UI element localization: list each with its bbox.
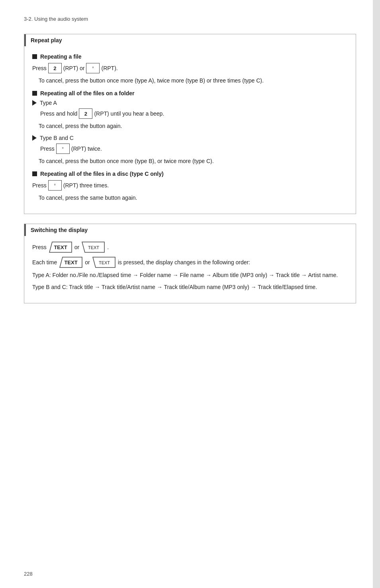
svg-text:TEXT: TEXT <box>88 245 99 250</box>
svg-text:TEXT: TEXT <box>99 260 110 265</box>
each-time-line: Each time TEXT or TEXT is pressed, the d… <box>32 257 348 268</box>
btn-text-2-svg: TEXT <box>82 242 105 253</box>
switching-display-section: Switching the display Press TEXT or TEXT… <box>24 224 356 303</box>
btn-dot-rpt: ° <box>86 63 100 73</box>
press-hold-label: Press and hold <box>40 110 77 117</box>
repeat-play-title: Repeat play <box>24 34 356 46</box>
rpt-or-label: (RPT) or <box>63 65 85 71</box>
press-label-bc: Press <box>40 146 55 152</box>
each-time-prefix: Each time <box>32 258 57 267</box>
repeat-play-section: Repeat play Repeating a file Press 2 (RP… <box>24 34 356 214</box>
press-label-1: Press <box>32 65 47 71</box>
svg-text:TEXT: TEXT <box>65 260 78 265</box>
repeating-disc-heading: Repeating all of the files in a disc (ty… <box>32 171 348 177</box>
svg-text:TEXT: TEXT <box>54 244 67 250</box>
type-bc-flow: Type B and C: Track title → Track title/… <box>32 284 348 290</box>
type-a-suffix: (RPT) until you hear a beep. <box>94 110 164 117</box>
btn-text-3-svg: TEXT <box>59 257 82 268</box>
disc-cancel: To cancel, press the same button again. <box>39 195 348 201</box>
type-bc-cancel: To cancel, press the button once more (t… <box>39 158 348 164</box>
page-number: 228 <box>24 571 33 577</box>
repeating-disc-press-line: Press ° (RPT) three times. <box>32 180 348 191</box>
type-a-cancel: To cancel, press the button again. <box>39 123 348 129</box>
btn-2-hold: 2 <box>79 108 92 119</box>
btn-text-4-svg: TEXT <box>92 257 116 268</box>
btn-text-1-svg: TEXT <box>49 242 72 253</box>
repeating-file-heading: Repeating a file <box>32 53 348 60</box>
period-sw: . <box>107 244 109 250</box>
btn-2-rpt: 2 <box>48 63 62 73</box>
breadcrumb: 3-2. Using the audio system <box>24 16 356 22</box>
btn-dot-twice: ° <box>56 144 70 154</box>
repeating-file-cancel: To cancel, press the button once more (t… <box>39 77 348 84</box>
rpt-label-2: (RPT). <box>101 65 118 71</box>
type-bc-heading: Type B and C <box>32 135 348 141</box>
disc-suffix: (RPT) three times. <box>63 182 109 189</box>
press-label-sw: Press <box>32 244 47 250</box>
type-bc-press-line: Press ° (RPT) twice. <box>40 144 348 154</box>
type-a-press-line: Press and hold 2 (RPT) until you hear a … <box>40 108 348 119</box>
repeating-file-press-line: Press 2 (RPT) or ° (RPT). <box>32 63 348 73</box>
switching-display-title: Switching the display <box>24 224 356 236</box>
each-time-suffix: is pressed, the display changes in the f… <box>118 258 250 267</box>
repeating-folder-heading: Repeating all of the files on a folder <box>32 90 348 96</box>
or-label-sw: or <box>74 244 79 250</box>
type-a-heading: Type A <box>32 100 348 106</box>
page: 3-2. Using the audio system Repeat play … <box>0 0 380 588</box>
switching-press-line: Press TEXT or TEXT . <box>32 242 348 253</box>
press-label-disc: Press <box>32 182 47 189</box>
type-bc-suffix: (RPT) twice. <box>71 146 102 152</box>
each-time-or: or <box>85 258 90 267</box>
type-a-flow: Type A: Folder no./File no./Elapsed time… <box>32 272 348 278</box>
btn-dot-three: ° <box>48 180 62 191</box>
